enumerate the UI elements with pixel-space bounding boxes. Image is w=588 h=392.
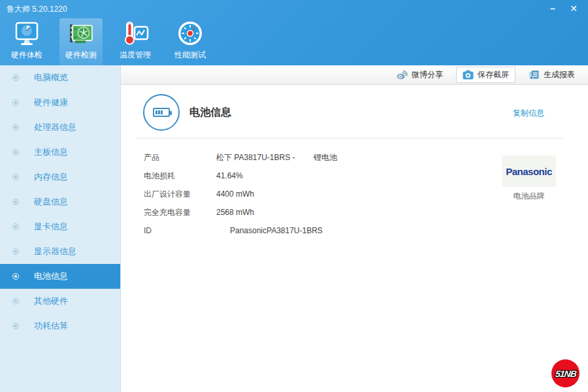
sidebar-item-label: 功耗估算: [34, 320, 68, 332]
row-value: 松下 PA3817U-1BRS -: [216, 153, 295, 162]
minimize-button[interactable]: –: [545, 1, 561, 16]
toolbar-tab-label: 温度管理: [114, 50, 157, 61]
sidebar-item-label: 电脑概览: [34, 72, 68, 84]
sidebar-item[interactable]: 硬件健康: [0, 90, 120, 115]
toolbar-tab-label: 硬件体检: [5, 50, 48, 61]
brand-caption: 电池品牌: [502, 191, 556, 202]
sidebar-item[interactable]: 硬盘信息: [0, 189, 120, 214]
sidebar: 电脑概览 硬件健康 处理器信息 主板信息 内存信息: [0, 65, 121, 392]
gauge-icon: [176, 20, 204, 48]
toolbar-tab-label: 性能测试: [169, 50, 212, 61]
51nb-logo: 51NB: [551, 359, 580, 387]
sidebar-item[interactable]: 显示器信息: [0, 239, 120, 264]
sidebar-item[interactable]: 主板信息: [0, 140, 120, 165]
sidebar-item[interactable]: 处理器信息: [0, 115, 120, 140]
radio-dot-icon: [12, 99, 19, 106]
main-content: 电池信息 复制信息 产品松下 PA3817U-1BRS - 锂电池 电池损耗41…: [121, 85, 588, 392]
weibo-icon: [397, 70, 408, 80]
radio-dot-icon: [12, 323, 19, 329]
sidebar-item-label: 硬盘信息: [34, 196, 68, 208]
app-header: 鲁大师 5.20.1220 – ✕ 硬件体检: [0, 0, 588, 65]
action-button-label: 保存截屏: [478, 69, 509, 80]
generate-report-button[interactable]: 生成报表: [525, 67, 579, 82]
sidebar-item[interactable]: 内存信息: [0, 165, 120, 189]
row-value-secondary: 锂电池: [314, 148, 337, 167]
app-window: 鲁大师 5.20.1220 – ✕ 硬件体检: [0, 0, 588, 392]
page-title: 电池信息: [189, 106, 231, 120]
radio-dot-icon: [12, 273, 19, 280]
toolbar-tab-benchmark[interactable]: 性能测试: [169, 18, 212, 65]
save-screenshot-button[interactable]: 保存截屏: [456, 67, 515, 83]
row-label: 电池损耗: [144, 167, 216, 185]
sidebar-item[interactable]: 功耗估算: [0, 314, 120, 338]
toolbar-tab-temperature[interactable]: 温度管理: [114, 18, 157, 65]
battery-icon: [143, 94, 180, 131]
action-strip: 微博分享 保存截屏 生成报表: [121, 65, 588, 85]
gpu-card-icon: [67, 20, 95, 48]
toolbar-tab-hardware-checkup[interactable]: 硬件体检: [5, 18, 48, 65]
close-button[interactable]: ✕: [566, 1, 581, 16]
panasonic-logo: Panasonic: [506, 166, 552, 177]
sidebar-item-label: 处理器信息: [34, 122, 76, 133]
sidebar-item-label: 硬件健康: [34, 97, 68, 108]
sidebar-item-label: 主板信息: [34, 146, 68, 158]
sidebar-item-label: 显卡信息: [34, 221, 68, 233]
radio-dot-icon: [12, 149, 19, 155]
row-label: ID: [144, 221, 216, 240]
table-row: IDPanasonicPA3817U-1BRS: [144, 221, 483, 240]
radio-dot-icon: [12, 74, 19, 81]
copy-info-link[interactable]: 复制信息: [513, 108, 544, 119]
thermometer-chart-icon: [121, 20, 150, 48]
table-row: 电池损耗41.64%: [144, 167, 483, 185]
row-label: 出厂设计容量: [144, 185, 216, 203]
table-row: 产品松下 PA3817U-1BRS - 锂电池: [144, 148, 483, 167]
row-value: PanasonicPA3817U-1BRS: [216, 226, 323, 235]
sidebar-item-label: 显示器信息: [34, 246, 76, 257]
table-row: 出厂设计容量4400 mWh: [144, 185, 483, 203]
51nb-logo-text: 51NB: [555, 368, 576, 379]
radio-dot-icon: [12, 124, 19, 131]
sidebar-item[interactable]: 显卡信息: [0, 214, 120, 239]
sidebar-item-label: 内存信息: [34, 171, 68, 183]
monitor-radar-icon: [12, 20, 41, 48]
action-button-label: 微博分享: [412, 69, 443, 80]
header-divider: [137, 138, 563, 139]
camera-icon: [463, 70, 474, 80]
report-icon: [529, 70, 540, 80]
row-value: 2568 mWh: [216, 208, 254, 217]
radio-dot-icon: [12, 248, 19, 255]
radio-dot-icon: [12, 174, 19, 180]
row-value: 41.64%: [216, 171, 243, 180]
sidebar-item-label: 其他硬件: [34, 295, 68, 307]
row-value: 4400 mWh: [216, 189, 254, 199]
radio-dot-icon: [12, 298, 19, 304]
radio-dot-icon: [12, 199, 19, 205]
row-label: 产品: [144, 148, 216, 167]
brand-logo-box: Panasonic: [502, 155, 556, 187]
action-button-label: 生成报表: [544, 69, 575, 80]
toolbar-tab-label: 硬件检测: [59, 50, 103, 61]
radio-dot-icon: [12, 223, 19, 230]
weibo-share-button[interactable]: 微博分享: [393, 67, 447, 82]
sidebar-item[interactable]: 其他硬件: [0, 289, 120, 314]
toolbar-tab-hardware-detect[interactable]: 硬件检测: [59, 18, 103, 65]
table-row: 完全充电容量2568 mWh: [144, 203, 483, 221]
window-title: 鲁大师 5.20.1220: [7, 4, 67, 15]
battery-info-table: 产品松下 PA3817U-1BRS - 锂电池 电池损耗41.64% 出厂设计容…: [144, 148, 483, 240]
row-label: 完全充电容量: [144, 203, 216, 221]
sidebar-item[interactable]: 电脑概览: [0, 65, 120, 90]
sidebar-item[interactable]: 电池信息: [0, 264, 120, 289]
sidebar-item-label: 电池信息: [34, 270, 68, 282]
